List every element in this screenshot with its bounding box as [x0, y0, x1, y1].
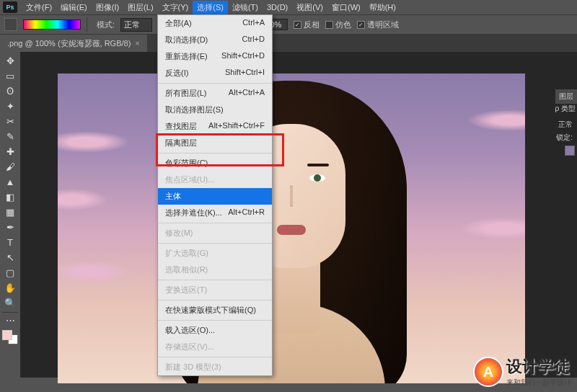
eraser-tool[interactable]: ◧ [2, 190, 18, 204]
menu-save-sel: 存储选区(V)... [158, 339, 272, 355]
menu-image[interactable]: 图像(I) [92, 1, 123, 14]
type-tool[interactable]: T [2, 235, 18, 249]
zoom-tool[interactable]: 🔍 [2, 295, 18, 310]
crop-tool[interactable]: ✂ [2, 114, 18, 128]
menu-3d[interactable]: 3D(D) [263, 1, 292, 13]
current-tool-icon[interactable] [4, 18, 17, 31]
chk-antialias[interactable]: ✓反相 [294, 19, 320, 30]
menu-color-range[interactable]: 色彩范围(C)... [158, 155, 272, 172]
menu-layer[interactable]: 图层(L) [123, 1, 157, 14]
menu-select[interactable]: 选择(S) [193, 1, 228, 14]
chk-contiguous[interactable]: 仿色 [325, 19, 351, 30]
menu-window[interactable]: 窗口(W) [327, 1, 365, 14]
menu-isolate-layers[interactable]: 隔离图层 [158, 135, 272, 151]
options-bar: 模式: 正常 不透明度: 100% 容差: 100% ✓反相 仿色 ✓透明区域 [0, 14, 577, 35]
move-tool[interactable]: ✥ [2, 53, 18, 68]
chk-sample[interactable]: ✓透明区域 [357, 19, 399, 30]
path-tool[interactable]: ↖ [2, 250, 18, 264]
menu-view[interactable]: 视图(V) [292, 1, 327, 14]
document-tabs: .png @ 100% (安妮海瑟薇, RGB/8) × [0, 35, 577, 52]
menu-select-mask[interactable]: 选择并遮住(K)...Alt+Ctrl+R [158, 205, 272, 221]
watermark-subtitle: 来和我们一起学设计 [506, 378, 571, 388]
menu-filter[interactable]: 滤镜(T) [228, 1, 263, 14]
gradient-preview[interactable] [23, 19, 81, 30]
menu-help[interactable]: 帮助(H) [365, 1, 400, 14]
layer-thumbnail[interactable] [565, 146, 575, 156]
lasso-tool[interactable]: ʘ [2, 84, 18, 98]
menu-transform-sel: 变换选区(T) [158, 282, 272, 298]
menu-load-sel[interactable]: 载入选区(O)... [158, 322, 272, 339]
tab-title: .png @ 100% (安妮海瑟薇, RGB/8) [7, 38, 131, 49]
shape-tool[interactable]: ▢ [2, 265, 18, 280]
lock-row: 锁定: [556, 133, 573, 143]
document-tab[interactable]: .png @ 100% (安妮海瑟薇, RGB/8) × [0, 35, 147, 52]
stamp-tool[interactable]: ▲ [2, 174, 18, 189]
menu-grow: 扩大选取(G) [158, 245, 272, 262]
mode-select[interactable]: 正常 [120, 18, 152, 32]
watermark-title: 设计学徒 [506, 356, 571, 378]
watermark: A 设计学徒 来和我们一起学设计 [473, 356, 571, 388]
brush-tool[interactable]: 🖌 [2, 159, 18, 174]
pen-tool[interactable]: ✒ [2, 220, 18, 234]
marquee-tool[interactable]: ▭ [2, 68, 18, 83]
select-menu-dropdown: 全部(A)Ctrl+A 取消选择(D)Ctrl+D 重新选择(E)Shift+C… [157, 14, 273, 376]
eyedropper-tool[interactable]: ✎ [2, 129, 18, 143]
menu-quick-mask[interactable]: 在快速蒙版模式下编辑(Q) [158, 302, 272, 318]
color-swatch[interactable] [2, 330, 18, 344]
mode-label: 模式: [97, 19, 115, 30]
menu-all-layers[interactable]: 所有图层(L)Alt+Ctrl+A [158, 85, 272, 102]
blend-mode[interactable]: 正常 [558, 120, 573, 130]
workspace: ✥ ▭ ʘ ✦ ✂ ✎ ✚ 🖌 ▲ ◧ ▦ ✒ T ↖ ▢ ✋ 🔍 ⋯ 图层 [0, 52, 577, 378]
gradient-tool[interactable]: ▦ [2, 205, 18, 219]
menu-reselect[interactable]: 重新选择(E)Shift+Ctrl+D [158, 48, 272, 65]
menu-type[interactable]: 文字(Y) [158, 1, 193, 14]
wand-tool[interactable]: ✦ [2, 99, 18, 113]
menubar: Ps 文件(F) 编辑(E) 图像(I) 图层(L) 文字(Y) 选择(S) 滤… [0, 0, 577, 14]
menu-deselect[interactable]: 取消选择(D)Ctrl+D [158, 32, 272, 48]
more-tools[interactable]: ⋯ [2, 312, 18, 326]
layers-panel-title: 图层 [555, 89, 577, 104]
menu-edit[interactable]: 编辑(E) [56, 1, 92, 14]
menu-new-3d: 新建 3D 模型(3) [158, 359, 272, 375]
menu-focus-area: 焦点区域(U)... [158, 172, 272, 188]
menu-file[interactable]: 文件(F) [22, 1, 56, 14]
layers-kind[interactable]: ρ 类型 [555, 104, 576, 114]
close-icon[interactable]: × [135, 39, 139, 48]
watermark-logo: A [473, 357, 503, 387]
tools-panel: ✥ ▭ ʘ ✦ ✂ ✎ ✚ 🖌 ▲ ◧ ▦ ✒ T ↖ ▢ ✋ 🔍 ⋯ [0, 52, 20, 378]
heal-tool[interactable]: ✚ [2, 144, 18, 159]
menu-deselect-layers[interactable]: 取消选择图层(S) [158, 102, 272, 118]
menu-inverse[interactable]: 反选(I)Shift+Ctrl+I [158, 65, 272, 81]
app-logo: Ps [3, 1, 17, 13]
menu-find-layers[interactable]: 查找图层Alt+Shift+Ctrl+F [158, 118, 272, 135]
menu-all[interactable]: 全部(A)Ctrl+A [158, 15, 272, 32]
hand-tool[interactable]: ✋ [2, 280, 18, 295]
menu-similar: 选取相似(R) [158, 262, 272, 278]
canvas[interactable] [58, 74, 525, 383]
menu-subject[interactable]: 主体 [158, 188, 272, 205]
menu-modify: 修改(M) [158, 225, 272, 241]
